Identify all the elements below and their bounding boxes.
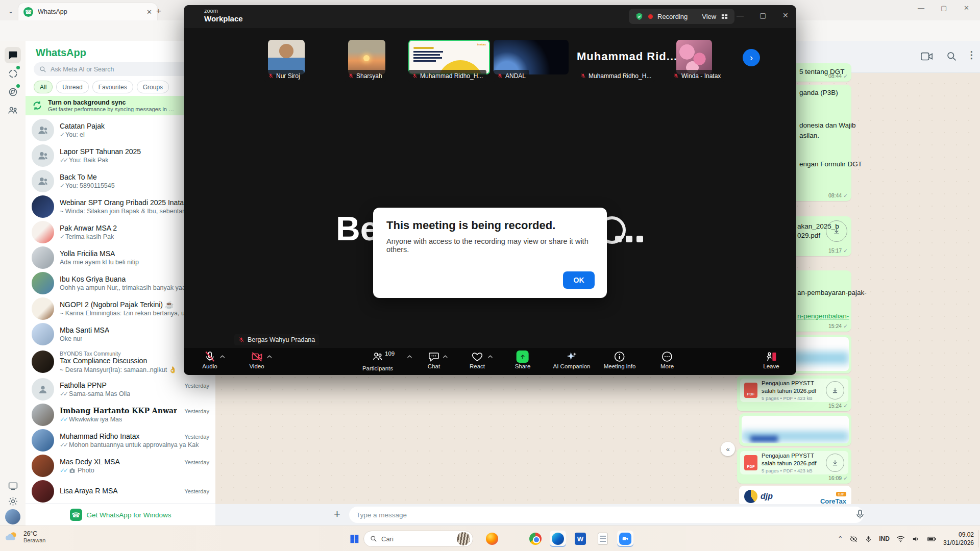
meeting-info-label: Meeting info [604,363,636,369]
profile-avatar[interactable] [5,509,20,524]
tray-mic-icon[interactable] [865,535,872,543]
participants-button[interactable]: 109 Participants [362,350,393,371]
filter-unread[interactable]: Unread [56,81,88,93]
filter-favourites[interactable]: Favourites [92,81,133,93]
chevron-up-icon[interactable] [487,354,493,360]
search-input[interactable]: Ask Meta AI or Search [34,62,196,76]
volume-icon[interactable] [912,535,920,543]
browser-tab[interactable]: ☎ WhatsApp ✕ [18,3,157,20]
pdf-attachment[interactable]: PDF Pengajuan PPYSTT salah tahun 2026.pd… [740,451,848,474]
get-whatsapp-windows-link[interactable]: ☎ Get WhatsApp for Windows [26,503,215,526]
tray-expand-chevron-icon[interactable]: ⌃ [838,535,843,542]
list-item[interactable]: Fatholla PPNPYesterday ✓✓Sama-sama Mas O… [26,377,215,402]
download-icon[interactable] [826,381,844,399]
download-icon[interactable] [826,220,847,242]
linked-devices-icon[interactable] [5,478,21,494]
download-icon[interactable] [826,454,844,472]
leave-button[interactable]: Leave [763,350,779,369]
taskbar-chrome-icon[interactable] [527,531,544,547]
new-tab-button[interactable]: + [156,6,161,16]
ok-button[interactable]: OK [563,271,595,289]
audio-button[interactable]: Audio [202,350,217,369]
pdf-bubble[interactable]: PDF Pengajuan PPYSTT salah tahun 2026.pd… [737,375,851,411]
chat-name: Back To Me [60,173,97,181]
chevron-up-icon[interactable] [407,354,412,360]
wifi-icon[interactable] [896,535,905,543]
chevron-up-icon[interactable] [220,354,226,360]
chats-tab-icon[interactable] [5,47,21,63]
image-bubble[interactable] [739,413,851,446]
status-tab-icon[interactable] [5,65,21,82]
taskbar-search[interactable]: Cari [363,531,473,547]
chat-button[interactable]: Chat [428,350,440,369]
list-item[interactable]: Muhammad Ridho InataxYesterday ✓✓Mohon b… [26,428,215,453]
show-desktop-handle[interactable] [978,530,980,547]
list-item[interactable]: Imbang Hartanto KKP AnwarYesterday ✓✓Wkw… [26,402,215,428]
pdf-attachment[interactable]: PDF Pengajuan PPYSTT salah tahun 2026.pd… [740,379,848,402]
zoom-titlebar[interactable]: zoom Workplace Recording View — ▢ ✕ [184,5,796,28]
chevron-up-icon[interactable] [267,354,273,360]
collapse-handle[interactable]: « [721,442,735,456]
ai-companion-button[interactable]: AI Companion [553,350,591,369]
voice-message-icon[interactable] [854,509,866,520]
filter-groups[interactable]: Groups [137,81,169,93]
taskbar-document-icon[interactable] [595,531,611,547]
react-button[interactable]: React [470,350,485,369]
avatar [32,170,54,192]
list-item[interactable]: Mas Dedy XL MSAYesterday ✓✓Photo [26,453,215,479]
tick-icon: ✓✓ [60,441,67,448]
meeting-info-button[interactable]: Meeting info [604,350,636,369]
recording-status[interactable]: Recording View [629,9,734,24]
video-call-icon[interactable] [921,51,933,62]
tab-close-icon[interactable]: ✕ [146,8,152,16]
window-minimize-button[interactable]: — [918,4,924,12]
dialog-title: This meeting is being recorded. [386,219,555,232]
message-input[interactable]: Type a message [349,507,864,523]
zoom-maximize-button[interactable]: ▢ [760,11,766,19]
message-time: 08:44 [828,73,842,79]
start-button[interactable] [346,531,362,547]
privacy-eye-icon[interactable] [849,535,858,543]
chevron-up-icon[interactable] [443,354,448,360]
chat-time: Yesterday [184,459,209,465]
share-button[interactable]: Share [515,350,531,369]
message-time: 16:09 [828,475,842,481]
participant-video-tile[interactable] [348,40,385,74]
tab-actions-chevron-icon[interactable]: ⌄ [4,5,17,17]
participant-video-tile[interactable] [676,40,712,74]
window-maximize-button[interactable]: ▢ [941,4,947,12]
filter-all[interactable]: All [34,81,53,93]
message-link[interactable]: n-pengembalian- [797,312,849,320]
more-button[interactable]: More [660,350,674,369]
shared-screen-tile[interactable]: inatax [408,40,490,74]
pdf-bubble[interactable]: PDF Pengajuan PPYSTT salah tahun 2026.pd… [737,448,851,484]
taskbar-word-icon[interactable]: W [572,531,589,547]
view-button[interactable]: View [702,13,716,20]
communities-tab-icon[interactable] [5,102,21,118]
taskbar-firefox-icon[interactable] [484,531,500,547]
security-shield-icon[interactable] [635,12,644,21]
video-button[interactable]: Video [249,350,264,369]
taskbar-edge-icon[interactable] [550,531,566,547]
zoom-close-button[interactable]: ✕ [782,11,789,19]
participant-video-tile[interactable] [268,40,305,74]
settings-gear-icon[interactable] [5,493,21,509]
tick-icon: ✓ [843,73,847,79]
window-close-button[interactable]: ✕ [964,4,969,12]
tick-icon: ✓ [843,475,847,481]
list-item[interactable]: Lisa Araya R MSAYesterday [26,479,215,503]
kebab-menu-icon[interactable]: ⋮ [967,49,976,61]
attach-plus-icon[interactable]: + [334,508,340,521]
taskbar-zoom-icon[interactable] [617,531,633,547]
next-participants-arrow[interactable]: › [743,49,760,66]
participant-video-tile[interactable] [494,40,569,74]
chat-preview: You: el [65,131,85,138]
slide-text-line [413,60,436,62]
zoom-minimize-button[interactable]: — [737,11,744,19]
weather-widget[interactable]: 26°CBerawan [5,530,45,544]
clock-widget[interactable]: 09.02 31/01/2026 [943,531,974,547]
battery-icon[interactable] [927,535,937,543]
channels-tab-icon[interactable] [5,84,21,100]
chat-search-icon[interactable] [946,51,957,62]
language-indicator[interactable]: IND [879,535,890,542]
